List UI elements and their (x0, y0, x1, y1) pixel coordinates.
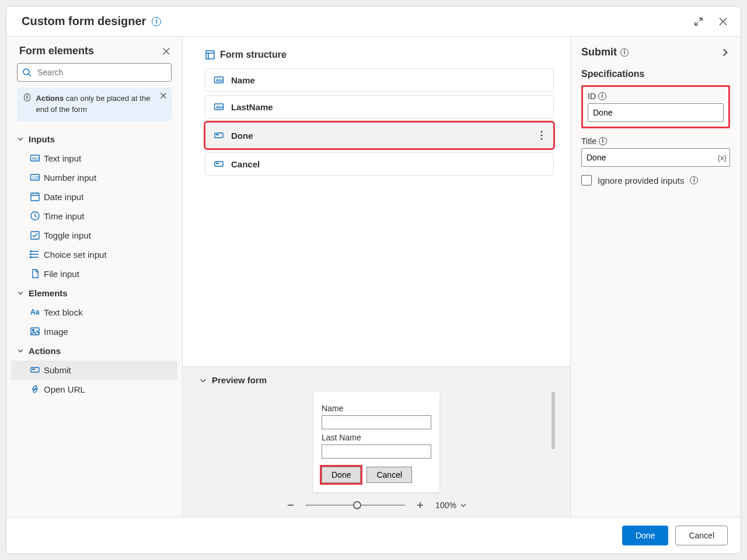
tree-item-label: File input (44, 269, 79, 279)
preview-button-done[interactable]: Done (322, 467, 361, 483)
tree-item-choice-set-input[interactable]: Choice set input (11, 245, 177, 264)
svg-point-23 (541, 131, 543, 133)
svg-point-24 (541, 135, 543, 136)
note-close-icon[interactable] (160, 92, 167, 99)
preview-field-input[interactable] (322, 444, 431, 459)
preview-panel: Preview form NameLast NameDoneCancel (183, 366, 570, 517)
form-structure-list: AbcNameAbcLastNameDoneCancel (205, 68, 554, 176)
svg-text:Abc: Abc (216, 78, 224, 82)
info-icon[interactable]: i (620, 48, 629, 57)
tree-item-label: Text block (44, 307, 83, 317)
tree-item-submit[interactable]: Submit (11, 360, 177, 380)
structure-item-done[interactable]: Done (205, 122, 554, 149)
form-structure-icon (205, 50, 215, 60)
tree-item-number-input[interactable]: 123Number input (11, 168, 177, 187)
center-column: Form structure AbcNameAbcLastNameDoneCan… (183, 37, 570, 517)
expand-icon[interactable] (694, 17, 703, 26)
done-button[interactable]: Done (622, 526, 668, 545)
zoom-slider[interactable] (306, 501, 405, 509)
sidebar-title: Form elements (19, 45, 94, 57)
svg-rect-5 (31, 193, 39, 201)
expression-icon[interactable]: {x} (718, 153, 727, 162)
svg-point-8 (30, 251, 32, 252)
preview-field-label: Last Name (322, 433, 431, 442)
tree-group-header[interactable]: Inputs (11, 130, 177, 149)
tree-item-label: Submit (44, 365, 71, 375)
main-area: Form elements i Actions can only be plac… (6, 37, 741, 517)
ignore-inputs-checkbox[interactable] (581, 175, 592, 186)
preview-scrollbar[interactable] (550, 392, 555, 474)
zoom-out-icon[interactable] (286, 501, 295, 510)
id-input[interactable] (588, 103, 724, 122)
tree-group-label: Actions (29, 346, 61, 356)
chevron-down-icon[interactable] (199, 376, 207, 384)
info-icon: i (24, 93, 30, 102)
tree-item-date-input[interactable]: Date input (11, 187, 177, 206)
search-input[interactable] (17, 63, 172, 82)
cancel-button[interactable]: Cancel (675, 526, 728, 545)
svg-point-10 (30, 257, 32, 258)
tree-item-text-block[interactable]: AaText block (11, 303, 177, 322)
date-input-icon (30, 191, 40, 202)
info-icon[interactable]: i (598, 92, 606, 100)
tree-item-image[interactable]: Image (11, 322, 177, 341)
info-icon[interactable]: i (152, 17, 161, 26)
tree-group-header[interactable]: Elements (11, 284, 177, 303)
tree-item-label: Image (44, 327, 68, 337)
text-input-icon: Abc (30, 153, 40, 163)
open-url-icon (30, 384, 40, 394)
submit-icon (30, 365, 40, 375)
svg-point-25 (541, 138, 543, 140)
zoom-controls: 100% (199, 501, 554, 510)
preview-button-cancel[interactable]: Cancel (366, 467, 412, 483)
sidebar-close-icon[interactable] (162, 47, 170, 55)
text-input-icon: Abc (214, 102, 224, 112)
more-options-icon[interactable] (538, 128, 545, 142)
inspector-title: Submit (581, 46, 617, 58)
file-input-icon (30, 268, 40, 279)
preview-card: NameLast NameDoneCancel (313, 392, 439, 492)
close-icon[interactable] (718, 17, 728, 26)
zoom-in-icon[interactable] (416, 501, 425, 510)
tree-group-label: Elements (29, 288, 68, 298)
chevron-right-icon[interactable] (720, 47, 730, 58)
structure-item-label: LastName (231, 102, 273, 112)
title-input[interactable] (581, 148, 730, 167)
svg-text:Abc: Abc (216, 105, 224, 109)
svg-text:Abc: Abc (32, 156, 40, 160)
element-tree: InputsAbcText input123Number inputDate i… (6, 127, 182, 399)
chevron-down-icon (17, 135, 24, 142)
tree-item-label: Open URL (44, 384, 85, 394)
sidebar: Form elements i Actions can only be plac… (6, 37, 183, 517)
tree-item-open-url[interactable]: Open URL (11, 380, 177, 399)
tree-item-time-input[interactable]: Time input (11, 206, 177, 226)
tree-item-toggle-input[interactable]: Toggle input (11, 226, 177, 245)
info-icon[interactable]: i (690, 176, 698, 184)
svg-point-0 (23, 69, 29, 75)
structure-item-lastname[interactable]: AbcLastName (205, 95, 554, 118)
tree-item-text-input[interactable]: AbcText input (11, 149, 177, 168)
tree-item-label: Choice set input (44, 250, 107, 260)
title-label: Title (581, 136, 596, 146)
search-input-field[interactable] (36, 67, 166, 78)
id-field-highlight: ID i (581, 85, 730, 128)
zoom-percent: 100% (435, 501, 456, 510)
svg-rect-27 (216, 163, 219, 164)
image-icon (30, 326, 40, 337)
tree-group-header[interactable]: Actions (11, 341, 177, 360)
structure-item-cancel[interactable]: Cancel (205, 152, 554, 176)
preview-field-input[interactable] (322, 415, 431, 429)
svg-text:123: 123 (32, 176, 39, 180)
svg-rect-16 (206, 51, 214, 59)
chevron-down-icon[interactable] (460, 502, 467, 509)
tree-item-file-input[interactable]: File input (11, 264, 177, 284)
note-banner: i Actions can only be placed at the end … (17, 88, 172, 121)
ignore-inputs-label: Ignore provided inputs (598, 176, 684, 186)
tree-item-label: Text input (44, 153, 81, 163)
structure-item-name[interactable]: AbcName (205, 68, 554, 92)
tree-item-label: Number input (44, 173, 96, 183)
titlebar: Custom form designer i (6, 6, 741, 37)
info-icon[interactable]: i (599, 137, 607, 145)
text-block-icon: Aa (30, 307, 40, 317)
svg-rect-22 (216, 134, 219, 135)
